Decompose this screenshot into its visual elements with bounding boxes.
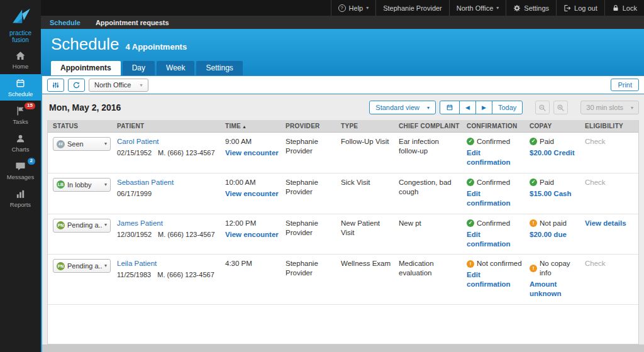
- patient-phone: M. (666) 123-4567: [158, 149, 215, 157]
- bottom-scrollbar-track[interactable]: [42, 344, 644, 352]
- today-button[interactable]: Today: [492, 101, 523, 114]
- page-title: Schedule: [51, 35, 119, 54]
- appointment-type: New Patient Visit: [341, 219, 399, 249]
- no-copay-warning-icon: [530, 265, 537, 272]
- patient-dob: 02/15/1952: [117, 149, 152, 157]
- status-label: Pending a...: [67, 261, 102, 270]
- column-header-status[interactable]: STATUS: [48, 123, 117, 129]
- tasks-badge: 15: [25, 102, 35, 109]
- chevron-down-icon: ▾: [104, 182, 107, 188]
- edit-confirmation-link[interactable]: Edit confirmation: [467, 148, 525, 167]
- confirmation-status: Confirmed: [477, 137, 510, 146]
- edit-confirmation-link[interactable]: Edit confirmation: [467, 230, 525, 249]
- sidebar-item-charts[interactable]: Charts: [0, 129, 41, 156]
- sidebar-item-reports[interactable]: Reports: [0, 185, 41, 211]
- zoom-in-button[interactable]: [553, 101, 568, 114]
- eligibility-check-link[interactable]: Check: [585, 138, 606, 145]
- status-dropdown[interactable]: PN Pending a... ▾: [53, 259, 111, 273]
- chevron-down-icon: ▾: [427, 105, 430, 111]
- status-dropdown[interactable]: PN Pending a... ▾: [53, 219, 111, 233]
- eligibility-view-details-link[interactable]: View details: [585, 219, 626, 227]
- chevron-down-icon: ▾: [140, 82, 143, 88]
- edit-confirmation-link[interactable]: Edit confirmation: [467, 270, 525, 289]
- patient-name-link[interactable]: Carol Patient: [117, 138, 158, 145]
- patient-dob: 11/25/1983: [117, 271, 151, 278]
- patient-name-link[interactable]: Sebastian Patient: [117, 179, 174, 186]
- tab-week[interactable]: Week: [157, 61, 194, 75]
- provider-name: Stephanie Provider: [286, 178, 341, 208]
- tab-appointments[interactable]: Appointments: [51, 61, 121, 75]
- gear-icon: [513, 4, 521, 12]
- help-menu[interactable]: ? Help ▾: [331, 0, 376, 16]
- copay-status: Paid: [540, 178, 554, 187]
- chief-complaint: Medication evaluation: [399, 259, 467, 299]
- copay-amount-link[interactable]: $20.00 Credit: [530, 148, 580, 158]
- tab-day[interactable]: Day: [123, 61, 155, 75]
- view-dropdown[interactable]: Standard view ▾: [369, 101, 436, 114]
- office-filter-value: North Office: [94, 81, 131, 89]
- date-picker-button[interactable]: [440, 101, 460, 114]
- status-pending-icon: PN: [57, 262, 65, 270]
- print-button[interactable]: Print: [611, 79, 639, 91]
- sidebar-item-schedule[interactable]: Schedule: [0, 74, 41, 101]
- office-filter-dropdown[interactable]: North Office ▾: [89, 79, 148, 92]
- patient-name-link[interactable]: James Patient: [117, 219, 163, 227]
- slot-size-dropdown[interactable]: 30 min slots ▾: [580, 101, 639, 114]
- column-header-copay[interactable]: COPAY: [530, 123, 585, 129]
- appointment-time: 9:00 AM: [225, 137, 280, 146]
- edit-confirmation-link[interactable]: Edit confirmation: [467, 189, 525, 208]
- sidebar-item-tasks[interactable]: 15 Tasks: [0, 102, 41, 128]
- logout-button[interactable]: Log out: [556, 0, 604, 16]
- column-header-eligibility[interactable]: ELIGIBILITY: [585, 123, 638, 129]
- lock-button[interactable]: Lock: [604, 0, 644, 16]
- sidebar-item-label: Schedule: [8, 91, 33, 97]
- status-dropdown[interactable]: zz Seen ▾: [53, 137, 111, 151]
- schedule-subnav: Schedule Appointment requests: [41, 16, 644, 29]
- eligibility-check-link[interactable]: Check: [585, 179, 606, 186]
- column-header-type[interactable]: TYPE: [341, 123, 399, 129]
- filter-sliders-icon: [52, 81, 60, 89]
- patient-dob: 06/17/1999: [117, 190, 152, 197]
- appointment-row: LB In lobby ▾ Sebastian Patient 06/17/19…: [48, 173, 638, 214]
- office-selector[interactable]: North Office ▾: [449, 0, 506, 16]
- copay-amount-link[interactable]: Amount unknown: [530, 280, 580, 299]
- column-header-provider[interactable]: PROVIDER: [286, 123, 341, 129]
- patient-phone: M. (666) 123-4567: [158, 231, 215, 238]
- column-header-patient[interactable]: PATIENT: [117, 123, 225, 129]
- view-encounter-link[interactable]: View encounter: [225, 189, 280, 199]
- chevron-down-icon: ▾: [631, 105, 633, 111]
- sidebar: practice fusion Home Schedule 15 Tasks C…: [0, 0, 41, 352]
- sidebar-item-messages[interactable]: 2 Messages: [0, 157, 41, 184]
- current-date-label: Mon, May 2, 2016: [47, 102, 121, 113]
- next-day-button[interactable]: ▶: [475, 101, 492, 114]
- schedule-panel: North Office ▾ Print Mon, May 2, 2016 St…: [41, 75, 644, 352]
- chat-bubble-icon: [15, 161, 26, 172]
- patient-name-link[interactable]: Leila Patient: [117, 260, 157, 267]
- sidebar-item-label: Home: [13, 63, 28, 70]
- current-user[interactable]: Stephanie Provider: [375, 0, 449, 16]
- column-header-time[interactable]: TIME▲: [225, 123, 286, 129]
- status-dropdown[interactable]: LB In lobby ▾: [53, 178, 111, 192]
- refresh-button[interactable]: [68, 79, 85, 92]
- zoom-out-button[interactable]: [535, 101, 550, 114]
- settings-button[interactable]: Settings: [506, 0, 556, 16]
- subnav-appointment-requests[interactable]: Appointment requests: [96, 19, 169, 26]
- column-header-confirmation[interactable]: CONFIRMATION: [467, 123, 530, 129]
- copay-amount-link[interactable]: $20.00 due: [530, 230, 580, 239]
- appointment-type: Wellness Exam: [341, 259, 399, 299]
- previous-day-button[interactable]: ◀: [459, 101, 476, 114]
- view-encounter-link[interactable]: View encounter: [225, 148, 280, 158]
- filter-button[interactable]: [47, 79, 64, 92]
- appointment-time: 12:00 PM: [225, 219, 280, 228]
- subnav-schedule[interactable]: Schedule: [50, 19, 80, 26]
- copay-status: No copay info: [540, 259, 580, 278]
- column-header-chief-complaint[interactable]: CHIEF COMPLAINT: [399, 123, 467, 129]
- copay-amount-link[interactable]: $15.00 Cash: [530, 189, 580, 199]
- sidebar-item-home[interactable]: Home: [0, 47, 41, 73]
- view-encounter-link[interactable]: View encounter: [225, 230, 280, 239]
- sidebar-item-label: Messages: [7, 173, 34, 180]
- eligibility-check-link[interactable]: Check: [585, 260, 606, 267]
- chief-complaint: New pt: [399, 219, 467, 249]
- not-confirmed-warning-icon: [467, 260, 474, 268]
- tab-settings[interactable]: Settings: [196, 61, 242, 75]
